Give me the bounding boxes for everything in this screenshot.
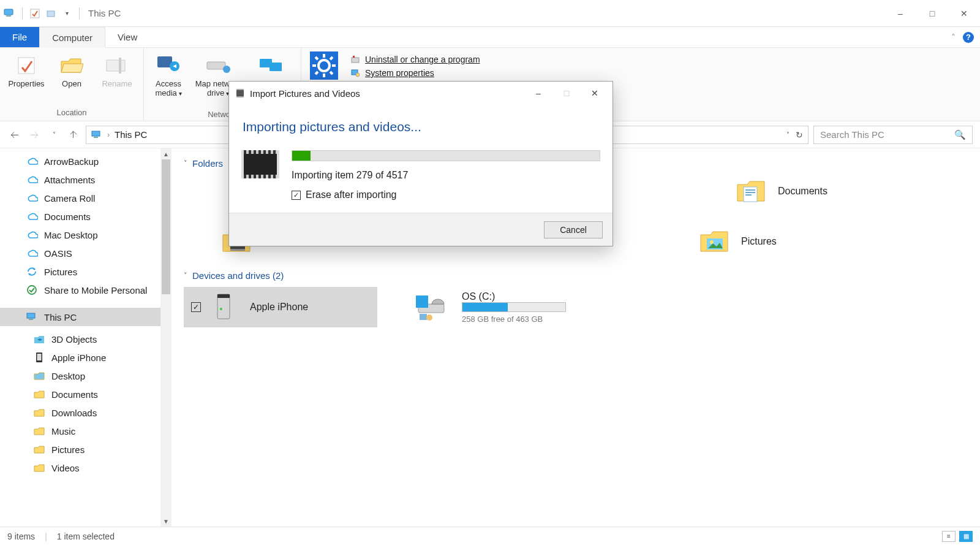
tiles-view-button[interactable]: ▦ bbox=[959, 531, 973, 542]
system-properties-button[interactable]: System properties bbox=[347, 66, 484, 80]
dialog-minimize-button[interactable]: – bbox=[524, 84, 552, 102]
search-icon: 🔍 bbox=[954, 129, 966, 140]
progress-fill bbox=[292, 151, 311, 161]
quick-access-toolbar: ▾ bbox=[4, 7, 82, 20]
selection-checkbox[interactable]: ✓ bbox=[191, 302, 201, 312]
svg-rect-0 bbox=[4, 9, 13, 15]
refresh-icon[interactable]: ↻ bbox=[796, 130, 803, 140]
sidebar-subitem[interactable]: Apple iPhone bbox=[0, 348, 172, 367]
device-icon bbox=[207, 291, 240, 324]
uninstall-program-button[interactable]: Uninstall or change a program bbox=[347, 53, 484, 66]
sidebar-item[interactable]: Share to Mobile Personal bbox=[0, 281, 172, 299]
sync-icon bbox=[26, 265, 38, 278]
checkbox-icon: ✓ bbox=[292, 191, 301, 200]
sidebar-item[interactable]: Mac Desktop bbox=[0, 226, 172, 244]
collapse-ribbon-icon[interactable]: ˄ bbox=[951, 32, 956, 42]
tab-view[interactable]: View bbox=[105, 27, 149, 47]
device-tile-iphone[interactable]: ✓ Apple iPhone bbox=[184, 287, 377, 327]
svg-line-22 bbox=[315, 72, 318, 74]
scroll-thumb[interactable] bbox=[162, 159, 170, 294]
properties-button[interactable]: Properties bbox=[5, 50, 48, 89]
sidebar-item-label: Attachments bbox=[44, 175, 95, 185]
forward-button[interactable]: 🡢 bbox=[27, 128, 42, 142]
chevron-right-icon[interactable]: › bbox=[107, 131, 110, 139]
devices-section-header[interactable]: ˅ Devices and drives (2) bbox=[184, 270, 968, 281]
sidebar-item-label: Documents bbox=[51, 389, 98, 400]
minimize-button[interactable]: – bbox=[884, 0, 916, 27]
music-icon bbox=[33, 425, 45, 437]
sidebar-item[interactable]: ArrowBackup bbox=[0, 152, 172, 170]
svg-rect-52 bbox=[236, 96, 244, 97]
dialog-footer: Cancel bbox=[229, 213, 612, 246]
dialog-heading: Importing pictures and videos... bbox=[243, 120, 600, 134]
docs-icon bbox=[33, 388, 45, 400]
tab-computer[interactable]: Computer bbox=[39, 27, 105, 48]
qat-dropdown-icon[interactable]: ▾ bbox=[61, 7, 73, 20]
sidebar-item-label: Downloads bbox=[51, 408, 97, 418]
sidebar-subitem[interactable]: Pictures bbox=[0, 440, 172, 459]
pictures-folder-icon bbox=[698, 225, 731, 258]
tab-file[interactable]: File bbox=[0, 27, 39, 47]
device-tile-os-drive[interactable]: OS (C:) 258 GB free of 463 GB bbox=[414, 287, 622, 327]
back-button[interactable]: 🡠 bbox=[7, 128, 22, 142]
sidebar-subitem[interactable]: Videos bbox=[0, 459, 172, 477]
svg-rect-1 bbox=[6, 15, 11, 17]
sidebar-item[interactable]: OASIS bbox=[0, 244, 172, 262]
folder-tile-pictures[interactable]: Pictures bbox=[698, 225, 882, 258]
sidebar-subitem[interactable]: 3D Objects bbox=[0, 330, 172, 348]
dialog-close-button[interactable]: ✕ bbox=[581, 84, 609, 102]
sidebar-scrollbar[interactable]: ▲ ▼ bbox=[160, 148, 172, 527]
video-icon bbox=[33, 462, 45, 474]
properties-qat-icon[interactable] bbox=[29, 7, 41, 20]
svg-rect-50 bbox=[236, 90, 244, 97]
search-box[interactable]: Search This PC 🔍 bbox=[813, 126, 973, 144]
sidebar-subitem[interactable]: Downloads bbox=[0, 403, 172, 422]
cancel-button[interactable]: Cancel bbox=[544, 221, 603, 238]
close-button[interactable]: ✕ bbox=[948, 0, 980, 27]
access-media-button[interactable]: Access media bbox=[149, 50, 188, 98]
breadcrumb-this-pc[interactable]: This PC bbox=[115, 129, 147, 140]
svg-rect-3 bbox=[47, 11, 55, 17]
pics-icon bbox=[33, 443, 45, 455]
sidebar-subitem[interactable]: Music bbox=[0, 422, 172, 440]
sidebar-item-label: OASIS bbox=[44, 248, 72, 259]
history-dropdown[interactable]: ˅ bbox=[47, 128, 61, 142]
maximize-button[interactable]: □ bbox=[916, 0, 948, 27]
search-placeholder: Search This PC bbox=[820, 129, 884, 140]
help-icon[interactable]: ? bbox=[963, 32, 974, 43]
svg-rect-51 bbox=[236, 89, 244, 90]
sidebar-subitem[interactable]: Desktop bbox=[0, 367, 172, 385]
svg-rect-23 bbox=[352, 58, 359, 63]
sidebar-item[interactable]: Pictures bbox=[0, 262, 172, 281]
new-folder-qat-icon[interactable] bbox=[45, 7, 57, 20]
sidebar-item-label: Camera Roll bbox=[44, 193, 95, 204]
sidebar-subitem[interactable]: Documents bbox=[0, 385, 172, 403]
erase-after-import-checkbox[interactable]: ✓ Erase after importing bbox=[292, 189, 600, 200]
sidebar-item[interactable]: Documents bbox=[0, 207, 172, 226]
open-settings-button[interactable] bbox=[306, 50, 342, 78]
status-selection: 1 item selected bbox=[57, 532, 115, 541]
address-dropdown-icon[interactable]: ˅ bbox=[786, 131, 790, 138]
up-button[interactable]: 🡡 bbox=[66, 128, 81, 142]
open-button[interactable]: Open bbox=[50, 50, 93, 89]
sidebar-item-label: Pictures bbox=[51, 444, 85, 455]
sidebar-item-this-pc[interactable]: This PC bbox=[0, 308, 172, 326]
cloud-icon bbox=[26, 210, 38, 223]
sidebar-item[interactable]: Camera Roll bbox=[0, 189, 172, 207]
dialog-title-bar[interactable]: Import Pictures and Videos – □ ✕ bbox=[229, 82, 612, 105]
sidebar-item[interactable]: Attachments bbox=[0, 170, 172, 189]
devices-grid: ✓ Apple iPhone OS (C:) bbox=[184, 287, 968, 327]
this-pc-icon bbox=[91, 131, 102, 139]
cloud-icon bbox=[26, 155, 38, 167]
scroll-up-icon[interactable]: ▲ bbox=[160, 148, 172, 159]
rename-button: Rename bbox=[96, 50, 138, 89]
svg-line-21 bbox=[330, 57, 333, 59]
scroll-down-icon[interactable]: ▼ bbox=[160, 516, 172, 527]
details-view-button[interactable]: ≡ bbox=[942, 531, 956, 542]
svg-rect-5 bbox=[107, 60, 125, 71]
scroll-track[interactable] bbox=[160, 159, 172, 516]
status-item-count: 9 items bbox=[7, 532, 35, 541]
this-pc-icon bbox=[26, 311, 38, 323]
folder-tile-documents[interactable]: Documents bbox=[735, 175, 919, 208]
svg-rect-47 bbox=[416, 295, 428, 308]
